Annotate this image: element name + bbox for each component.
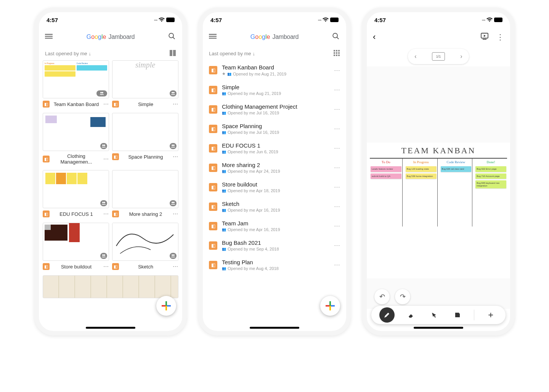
list-item-more-button[interactable]: ⋯	[334, 261, 340, 268]
card-thumbnail[interactable]: simple	[112, 60, 178, 98]
grid-card[interactable]: ◧Clothing Managemen...⋯	[43, 113, 109, 167]
kanban-column[interactable]: In ProgressBug 123 loading stateBug 539 …	[405, 159, 438, 227]
pen-tool[interactable]	[379, 307, 395, 323]
shared-icon: 👥	[222, 267, 226, 270]
select-tool[interactable]	[427, 308, 441, 322]
shared-badge-icon	[96, 90, 107, 96]
list-item[interactable]: ◧Clothing Management Project👥 Opened by …	[203, 100, 346, 119]
sort-bar: Last opened by me ↓	[203, 47, 346, 60]
board-content[interactable]: TEAM KANBAN To DoLeads feature reviewsub…	[367, 143, 510, 278]
sort-button[interactable]: Last opened by me ↓	[209, 51, 255, 56]
card-more-button[interactable]: ⋯	[172, 263, 178, 270]
kanban-column[interactable]: Code ReviewBug 634 cal view card	[440, 159, 473, 227]
card-thumbnail[interactable]: In Progress Code Review	[43, 60, 109, 98]
grid-card[interactable]: In Progress Code Review ◧Team Kanban Boa…	[43, 60, 109, 110]
view-toggle-list-button[interactable]	[169, 50, 176, 58]
sticky-note[interactable]: Bug 922 Error page	[475, 166, 506, 172]
fab-new-button[interactable]	[320, 296, 340, 316]
sticky-note[interactable]: Bug 539 home integration	[406, 174, 437, 179]
home-indicator[interactable]	[86, 327, 135, 329]
redo-button[interactable]: ↷	[395, 289, 410, 304]
list-item[interactable]: ◧Sketch👥 Opened by me Apr 16, 2019⋯	[203, 197, 346, 216]
grid-card[interactable]: simple◧Simple⋯	[112, 60, 178, 110]
kanban-column[interactable]: To DoLeads feature reviewsubmit build to…	[370, 159, 403, 227]
list-item[interactable]: ◧EDU FOCUS 1👥 Opened by me Jun 6, 2019⋯	[203, 138, 346, 158]
sticky-note[interactable]: Leads feature review	[371, 166, 401, 172]
card-thumbnail[interactable]	[112, 113, 178, 151]
grid-card[interactable]: ◧More sharing 2⋯	[112, 170, 178, 220]
card-thumbnail[interactable]	[112, 223, 178, 261]
eraser-tool[interactable]	[404, 308, 418, 322]
list-item-more-button[interactable]: ⋯	[334, 67, 340, 74]
list-item[interactable]: ◧Testing Plan👥 Opened by me Aug 4, 2018⋯	[203, 255, 346, 275]
card-more-button[interactable]: ⋯	[103, 101, 109, 107]
svg-point-5	[102, 92, 103, 93]
list-item[interactable]: ◧Space Planning👥 Opened by me Jul 16, 20…	[203, 119, 346, 138]
grid-card[interactable]: ◧Sketch⋯	[112, 223, 178, 272]
card-thumbnail[interactable]	[43, 223, 109, 261]
list-item-more-button[interactable]: ⋯	[334, 125, 340, 132]
list-item-text: EDU FOCUS 1👥 Opened by me Jun 6, 2019	[222, 142, 329, 154]
card-more-button[interactable]: ⋯	[172, 211, 178, 217]
list-item-more-button[interactable]: ⋯	[334, 86, 340, 93]
card-title: Sketch	[121, 264, 170, 270]
card-more-button[interactable]: ⋯	[172, 154, 178, 160]
list-item-more-button[interactable]: ⋯	[334, 222, 340, 230]
sticky-note[interactable]: Bug 634 cal view card	[441, 166, 472, 172]
shared-badge-icon	[100, 253, 107, 259]
prev-frame-button[interactable]: ‹	[412, 53, 419, 60]
frame-indicator[interactable]: 1/1	[432, 52, 445, 61]
list-item[interactable]: ◧Team Jam👥 Opened by me Apr 16, 2019⋯	[203, 216, 346, 236]
list-item[interactable]: ◧Store buildout👥 Opened by me Apr 18, 20…	[203, 177, 346, 197]
overflow-menu-button[interactable]: ⋮	[496, 32, 504, 42]
card-thumbnail[interactable]	[43, 170, 109, 208]
sticky-note-tool[interactable]	[451, 308, 464, 322]
app-title-text: Jamboard	[108, 34, 135, 40]
list-item[interactable]: ◧Team Kanban Board★ 👥 Opened by me Aug 2…	[203, 60, 346, 80]
card-thumbnail[interactable]	[112, 170, 178, 208]
list-item-more-button[interactable]: ⋯	[334, 145, 340, 152]
present-button[interactable]	[480, 32, 489, 42]
grid-card[interactable]: ◧Space Planning⋯	[112, 113, 178, 167]
list-item[interactable]: ◧Simple👥 Opened by me Aug 21, 2019⋯	[203, 80, 346, 100]
view-toggle-grid-button[interactable]	[333, 50, 340, 58]
sort-button[interactable]: Last opened by me ↓	[45, 51, 91, 56]
card-more-button[interactable]: ⋯	[103, 263, 109, 270]
menu-button[interactable]	[45, 33, 53, 41]
add-tool[interactable]: +	[484, 308, 498, 322]
next-frame-button[interactable]: ›	[458, 53, 465, 60]
home-indicator[interactable]	[250, 327, 299, 329]
grid-scroll[interactable]: In Progress Code Review ◧Team Kanban Boa…	[39, 60, 182, 331]
board-title: TEAM KANBAN	[370, 146, 507, 156]
card-thumbnail[interactable]	[43, 113, 109, 151]
list-item-more-button[interactable]: ⋯	[334, 203, 340, 210]
canvas[interactable]: TEAM KANBAN To DoLeads feature reviewsub…	[367, 66, 510, 309]
sticky-note[interactable]: Bug 845 keyboard nav integration	[475, 180, 506, 188]
undo-button[interactable]: ↶	[374, 289, 390, 304]
search-button[interactable]	[332, 32, 340, 42]
home-indicator[interactable]	[414, 327, 463, 329]
list-scroll[interactable]: ◧Team Kanban Board★ 👥 Opened by me Aug 2…	[203, 60, 346, 331]
sticky-note[interactable]: Bug 710 Account page	[475, 174, 506, 179]
list-item-more-button[interactable]: ⋯	[334, 164, 340, 171]
card-more-button[interactable]: ⋯	[172, 101, 178, 107]
sticky-note[interactable]: Bug 123 loading state	[406, 166, 437, 172]
list-item-more-button[interactable]: ⋯	[334, 183, 340, 191]
list-item-more-button[interactable]: ⋯	[334, 106, 340, 113]
grid-card[interactable]: ◧EDU FOCUS 1⋯	[43, 170, 109, 220]
grid-card[interactable]: ◧Store buildout⋯	[43, 223, 109, 272]
card-more-button[interactable]: ⋯	[103, 156, 109, 162]
search-button[interactable]	[168, 32, 176, 42]
list-item-more-button[interactable]: ⋯	[334, 242, 340, 249]
grid-card[interactable]	[43, 275, 178, 298]
list-item[interactable]: ◧More sharing 2👥 Opened by me Apr 24, 20…	[203, 158, 346, 177]
kanban-column[interactable]: Done!Bug 922 Error pageBug 710 Account p…	[475, 159, 507, 227]
list-item[interactable]: ◧Bug Bash 2021👥 Opened by me Sep 4, 2018…	[203, 236, 346, 255]
back-button[interactable]: ‹	[373, 32, 376, 42]
sticky-note[interactable]: submit build to QA	[371, 174, 401, 179]
fab-new-button[interactable]	[156, 296, 176, 316]
svg-rect-26	[336, 52, 337, 54]
menu-button[interactable]	[209, 33, 217, 41]
card-more-button[interactable]: ⋯	[103, 211, 109, 217]
svg-point-11	[173, 145, 175, 146]
